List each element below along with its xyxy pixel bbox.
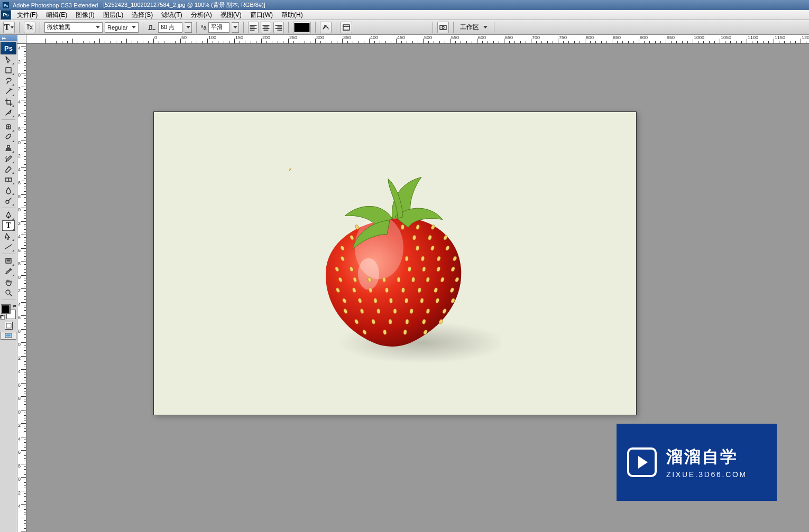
- separator: [243, 22, 244, 33]
- separator: [433, 22, 433, 33]
- font-style-dropdown[interactable]: Regular: [105, 22, 139, 33]
- toolbox-gripper[interactable]: ▸▸: [0, 35, 17, 41]
- work-area: ▸▸ Ps T ⇄: [0, 35, 809, 532]
- font-size-group: 60 点: [148, 22, 192, 33]
- font-size-field[interactable]: 60 点: [158, 22, 182, 33]
- text-orientation-button[interactable]: [24, 22, 35, 33]
- chevron-down-icon: [132, 26, 136, 29]
- tool-preset-button[interactable]: T: [3, 22, 15, 33]
- svg-point-52: [385, 287, 389, 293]
- watermark-title: 溜溜自学: [666, 446, 747, 468]
- type-tool[interactable]: T: [2, 220, 15, 231]
- watermark-play-icon: [627, 447, 657, 477]
- ps-app-icon: Ps: [2, 2, 10, 9]
- character-panel-button[interactable]: [341, 22, 352, 33]
- wand-tool[interactable]: [2, 86, 15, 97]
- menu-edit[interactable]: 编辑(E): [42, 10, 71, 20]
- svg-point-44: [397, 277, 400, 282]
- horizontal-ruler[interactable]: 0501001502002503003504004505005506006507…: [17, 35, 809, 44]
- menu-window[interactable]: 窗口(W): [246, 10, 277, 20]
- screen-mode-button[interactable]: [1, 332, 16, 340]
- menu-help[interactable]: 帮助(H): [277, 10, 307, 20]
- menu-image[interactable]: 图像(I): [71, 10, 98, 20]
- default-colors-icon[interactable]: [1, 315, 5, 320]
- lasso-tool[interactable]: [2, 76, 15, 86]
- swap-colors-icon[interactable]: ⇄: [13, 304, 16, 309]
- strawberry-image: [289, 168, 501, 369]
- notes-tool[interactable]: [2, 256, 15, 266]
- shape-tool[interactable]: [2, 241, 15, 252]
- menu-view[interactable]: 视图(V): [216, 10, 246, 20]
- image-content: [289, 168, 501, 370]
- align-right-icon: [274, 23, 283, 32]
- document-canvas[interactable]: [153, 111, 637, 415]
- zoom-tool[interactable]: [2, 287, 15, 298]
- hand-tool[interactable]: [2, 277, 15, 287]
- menu-select[interactable]: 选择(S): [127, 10, 157, 20]
- menu-analysis[interactable]: 分析(A): [187, 10, 216, 20]
- warp-text-button[interactable]: [320, 22, 332, 33]
- move-tool[interactable]: [2, 54, 15, 65]
- svg-point-60: [389, 298, 393, 303]
- foreground-color[interactable]: [2, 305, 10, 313]
- crop-tool[interactable]: [2, 97, 15, 107]
- menu-filter[interactable]: 滤镜(T): [157, 10, 186, 20]
- eraser-tool[interactable]: [2, 164, 15, 174]
- separator: [288, 22, 289, 33]
- menu-layer[interactable]: 图层(L): [99, 10, 128, 20]
- watermark-subtitle: ZIXUE.3D66.COM: [666, 470, 747, 479]
- menu-file[interactable]: 文件(F): [13, 10, 42, 20]
- standard-mode-button[interactable]: [5, 322, 13, 330]
- svg-point-61: [404, 298, 408, 303]
- stamp-tool[interactable]: [2, 143, 15, 153]
- color-picker[interactable]: ⇄: [1, 304, 16, 320]
- canvas-area[interactable]: 溜溜自学 ZIXUE.3D66.COM: [26, 44, 809, 532]
- marquee-tool[interactable]: [2, 65, 15, 76]
- svg-point-16: [289, 168, 292, 171]
- svg-rect-4: [6, 68, 11, 73]
- eyedropper-tool[interactable]: [2, 266, 15, 277]
- text-align-group: [248, 22, 284, 33]
- brush-tool[interactable]: [2, 132, 15, 143]
- align-left-button[interactable]: [248, 22, 259, 33]
- ps-menu-icon[interactable]: Ps: [1, 10, 11, 20]
- align-right-button[interactable]: [273, 22, 284, 33]
- doc-title: [5252423_100202127584_2.jpg @ 100% (背景 副…: [103, 1, 265, 9]
- separator: [453, 22, 454, 33]
- blur-tool[interactable]: [2, 185, 15, 195]
- history-brush-tool[interactable]: [2, 153, 15, 164]
- chevron-down-icon: [96, 26, 100, 29]
- align-center-button[interactable]: [261, 22, 271, 33]
- font-style-value: Regular: [107, 24, 128, 31]
- font-size-dropdown-button[interactable]: [185, 22, 192, 33]
- separator: [336, 22, 336, 33]
- separator: [40, 22, 40, 33]
- svg-point-74: [389, 319, 392, 324]
- pen-tool[interactable]: [2, 210, 15, 220]
- options-bar: T 微软雅黑 Regular 60 点 aa 平滑: [0, 20, 809, 35]
- dodge-tool[interactable]: [2, 195, 15, 206]
- svg-rect-10: [6, 323, 11, 328]
- workspace-dropdown[interactable]: 工作区: [458, 23, 490, 32]
- antialias-field[interactable]: 平滑: [208, 22, 229, 33]
- healing-tool[interactable]: [2, 122, 15, 132]
- antialias-dropdown-button[interactable]: [232, 22, 239, 33]
- svg-rect-1: [343, 25, 350, 30]
- antialias-value: 平滑: [211, 23, 223, 31]
- vertical-ruler[interactable]: 42024680246802468024680246802468024: [17, 44, 26, 532]
- font-family-dropdown[interactable]: 微软雅黑: [44, 22, 103, 33]
- double-arrow-icon: ▸▸: [2, 35, 5, 41]
- bridge-button[interactable]: [437, 22, 449, 33]
- path-select-tool[interactable]: [2, 231, 15, 241]
- separator: [494, 22, 494, 33]
- workspace-label: 工作区: [460, 23, 479, 32]
- svg-point-3: [442, 26, 444, 29]
- gradient-tool[interactable]: [2, 174, 15, 185]
- chevron-down-icon: [11, 26, 14, 29]
- text-color-button[interactable]: [293, 22, 311, 33]
- app-title: Adobe Photoshop CS3 Extended: [13, 2, 98, 8]
- separator: [143, 22, 143, 33]
- ruler-origin[interactable]: [17, 35, 26, 44]
- font-size-value: 60 点: [161, 23, 174, 31]
- slice-tool[interactable]: [2, 107, 15, 118]
